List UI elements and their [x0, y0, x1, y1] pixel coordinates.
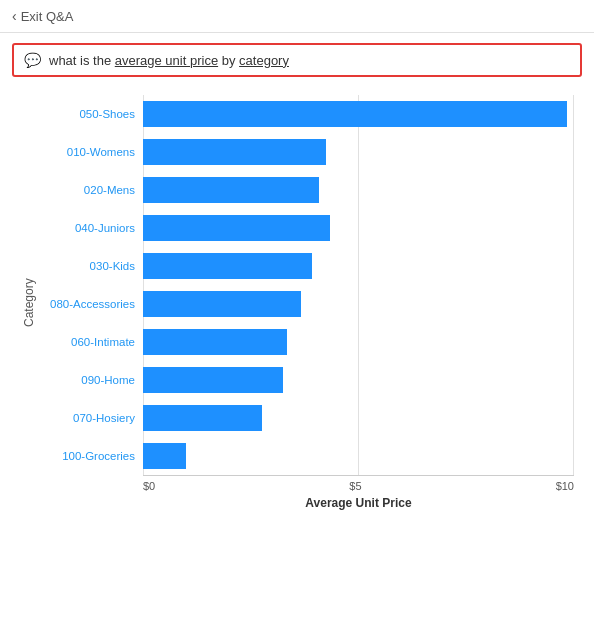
bar-fill	[143, 291, 301, 317]
query-box: 💬 what is the average unit price by cate…	[12, 43, 582, 77]
x-axis-label: Average Unit Price	[143, 496, 574, 510]
chart-container: Category 050-Shoes010-Womens020-Mens040-…	[0, 87, 594, 520]
bar-track	[143, 367, 574, 393]
bar-fill	[143, 329, 287, 355]
bar-row: 100-Groceries	[38, 437, 574, 475]
bar-fill	[143, 101, 567, 127]
query-text: what is the average unit price by catego…	[49, 53, 289, 68]
bar-track	[143, 253, 574, 279]
y-axis-label: Category	[20, 95, 38, 510]
bar-fill	[143, 443, 186, 469]
exit-qna-button[interactable]: ‹ Exit Q&A	[12, 8, 73, 24]
x-tick-0: $0	[143, 480, 155, 492]
bar-row: 080-Accessories	[38, 285, 574, 323]
bar-row: 040-Juniors	[38, 209, 574, 247]
x-tick-5: $5	[349, 480, 361, 492]
chart-inner: 050-Shoes010-Womens020-Mens040-Juniors03…	[38, 95, 574, 510]
bar-fill	[143, 139, 326, 165]
bar-fill	[143, 215, 330, 241]
bar-row: 070-Hosiery	[38, 399, 574, 437]
x-tick-10: $10	[556, 480, 574, 492]
bar-label: 080-Accessories	[38, 298, 143, 310]
bar-label: 090-Home	[38, 374, 143, 386]
x-axis-ticks: $0 $5 $10	[143, 475, 574, 492]
bar-track	[143, 291, 574, 317]
bar-label: 100-Groceries	[38, 450, 143, 462]
bar-track	[143, 443, 574, 469]
bar-fill	[143, 253, 312, 279]
bar-track	[143, 405, 574, 431]
bar-track	[143, 101, 574, 127]
header-bar: ‹ Exit Q&A	[0, 0, 594, 33]
bar-fill	[143, 405, 262, 431]
bar-row: 050-Shoes	[38, 95, 574, 133]
bar-track	[143, 177, 574, 203]
bars-section: 050-Shoes010-Womens020-Mens040-Juniors03…	[38, 95, 574, 475]
bar-label: 070-Hosiery	[38, 412, 143, 424]
bar-track	[143, 329, 574, 355]
bar-track	[143, 215, 574, 241]
bars-wrapper: 050-Shoes010-Womens020-Mens040-Juniors03…	[38, 95, 574, 475]
bar-fill	[143, 367, 283, 393]
bar-track	[143, 139, 574, 165]
back-arrow-icon: ‹	[12, 8, 17, 24]
bar-row: 090-Home	[38, 361, 574, 399]
bar-label: 020-Mens	[38, 184, 143, 196]
chart-area: Category 050-Shoes010-Womens020-Mens040-…	[20, 95, 574, 510]
bar-row: 010-Womens	[38, 133, 574, 171]
exit-label: Exit Q&A	[21, 9, 74, 24]
bar-label: 060-Intimate	[38, 336, 143, 348]
bar-label: 040-Juniors	[38, 222, 143, 234]
chat-icon: 💬	[24, 52, 41, 68]
bar-row: 020-Mens	[38, 171, 574, 209]
bar-row: 030-Kids	[38, 247, 574, 285]
bar-label: 030-Kids	[38, 260, 143, 272]
bar-row: 060-Intimate	[38, 323, 574, 361]
bar-fill	[143, 177, 319, 203]
bar-label: 050-Shoes	[38, 108, 143, 120]
bar-label: 010-Womens	[38, 146, 143, 158]
